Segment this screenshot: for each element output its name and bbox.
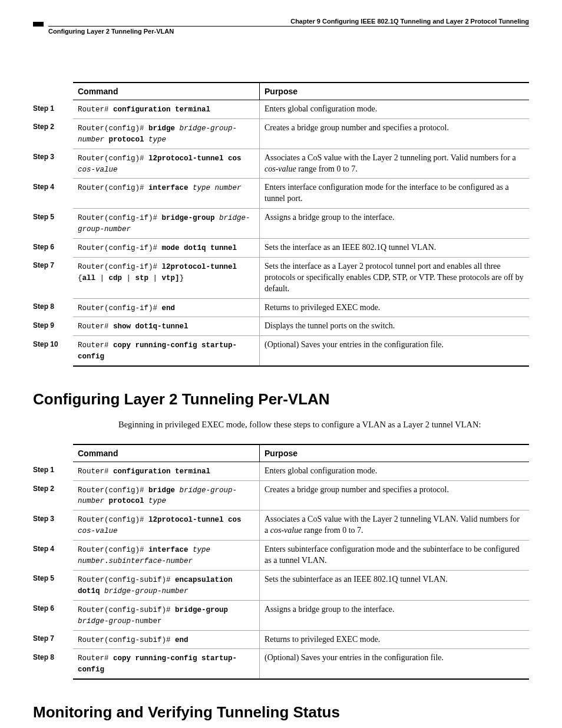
table-row: Step 3Router(config)# l2protocol-tunnel …: [33, 510, 529, 541]
command-cell: Router(config)# interface type number: [73, 179, 260, 209]
command-cell: Router(config-if)# bridge-group bridge-g…: [73, 209, 260, 239]
command-cell: Router(config)# bridge bridge-group-numb…: [73, 118, 260, 149]
command-cell: Router(config)# bridge bridge-group-numb…: [73, 480, 260, 510]
table-row: Step 8Router(config-if)# endReturns to p…: [33, 298, 529, 317]
purpose-cell: Enters global configuration mode.: [260, 100, 530, 119]
table-row: Step 7Router(config-subif)# endReturns t…: [33, 630, 529, 649]
purpose-cell: Associates a CoS value with the Layer 2 …: [260, 149, 530, 179]
purpose-cell: (Optional) Saves your entries in the con…: [260, 649, 530, 679]
step-label: Step 9: [33, 317, 73, 336]
purpose-cell: Sets the subinterface as an IEEE 802.1Q …: [260, 570, 530, 600]
page-header: Chapter 9 Configuring IEEE 802.1Q Tunnel…: [33, 18, 529, 35]
command-cell: Router(config-subif)# bridge-group bridg…: [73, 600, 260, 630]
table-row: Step 1Router# configuration terminalEnte…: [33, 100, 529, 119]
table-row: Step 3Router(config)# l2protocol-tunnel …: [33, 149, 529, 179]
command-cell: Router(config-if)# end: [73, 298, 260, 317]
step-label: Step 10: [33, 336, 73, 366]
command-cell: Router(config-if)# mode dot1q tunnel: [73, 239, 260, 258]
command-cell: Router# configuration terminal: [73, 100, 260, 119]
col-header-purpose: Purpose: [260, 83, 530, 100]
table-row: Step 5Router(config-if)# bridge-group br…: [33, 209, 529, 239]
step-label: Step 3: [33, 510, 73, 541]
purpose-cell: Creates a bridge group number and specif…: [260, 118, 530, 149]
col-header-purpose: Purpose: [260, 444, 530, 462]
command-table-1: Command Purpose Step 1Router# configurat…: [33, 82, 529, 367]
table-row: Step 2Router(config)# bridge bridge-grou…: [33, 118, 529, 149]
step-label: Step 1: [33, 462, 73, 480]
table-row: Step 6Router(config-if)# mode dot1q tunn…: [33, 239, 529, 258]
table-row: Step 2Router(config)# bridge bridge-grou…: [33, 480, 529, 510]
section-intro-per-vlan: Beginning in privileged EXEC mode, follo…: [118, 419, 529, 431]
step-label: Step 7: [33, 257, 73, 298]
step-label: Step 2: [33, 480, 73, 510]
step-label: Step 1: [33, 100, 73, 119]
table-row: Step 5Router(config-subif)# encapsulatio…: [33, 570, 529, 600]
step-label: Step 4: [33, 541, 73, 571]
command-cell: Router(config)# interface type number.su…: [73, 541, 260, 571]
purpose-cell: Sets the interface as an IEEE 802.1Q tun…: [260, 239, 530, 258]
chapter-title: Chapter 9 Configuring IEEE 802.1Q Tunnel…: [290, 18, 529, 25]
command-cell: Router# configuration terminal: [73, 462, 260, 480]
purpose-cell: Creates a bridge group number and specif…: [260, 480, 530, 510]
purpose-cell: Assigns a bridge group to the interface.: [260, 600, 530, 630]
command-cell: Router# copy running-config startup-conf…: [73, 336, 260, 366]
step-label: Step 4: [33, 179, 73, 209]
command-cell: Router(config-subif)# end: [73, 630, 260, 649]
step-label: Step 6: [33, 600, 73, 630]
col-header-command: Command: [73, 444, 260, 462]
purpose-cell: (Optional) Saves your entries in the con…: [260, 336, 530, 366]
purpose-cell: Returns to privileged EXEC mode.: [260, 298, 530, 317]
section-heading-monitoring: Monitoring and Verifying Tunneling Statu…: [33, 703, 529, 722]
step-label: Step 8: [33, 298, 73, 317]
purpose-cell: Enters subinterface configuration mode a…: [260, 541, 530, 571]
table-row: Step 4Router(config)# interface type num…: [33, 541, 529, 571]
table-row: Step 10Router# copy running-config start…: [33, 336, 529, 366]
purpose-cell: Enters global configuration mode.: [260, 462, 530, 480]
command-cell: Router(config)# l2protocol-tunnel cos co…: [73, 510, 260, 541]
step-label: Step 5: [33, 570, 73, 600]
command-table-2: Command Purpose Step 1Router# configurat…: [33, 444, 529, 680]
purpose-cell: Enters interface configuration mode for …: [260, 179, 530, 209]
table-row: Step 9Router# show dot1q-tunnelDisplays …: [33, 317, 529, 336]
step-label: Step 2: [33, 118, 73, 149]
step-label: Step 7: [33, 630, 73, 649]
purpose-cell: Assigns a bridge group to the interface.: [260, 209, 530, 239]
table-row: Step 4Router(config)# interface type num…: [33, 179, 529, 209]
step-label: Step 5: [33, 209, 73, 239]
table-row: Step 8Router# copy running-config startu…: [33, 649, 529, 679]
table-row: Step 6Router(config-subif)# bridge-group…: [33, 600, 529, 630]
purpose-cell: Returns to privileged EXEC mode.: [260, 630, 530, 649]
step-label: Step 6: [33, 239, 73, 258]
header-bar-icon: [33, 22, 44, 27]
purpose-cell: Sets the interface as a Layer 2 protocol…: [260, 257, 530, 298]
table-row: Step 7Router(config-if)# l2protocol-tunn…: [33, 257, 529, 298]
purpose-cell: Associates a CoS value with the Layer 2 …: [260, 510, 530, 541]
section-heading-per-vlan: Configuring Layer 2 Tunneling Per-VLAN: [33, 390, 529, 409]
step-label: Step 8: [33, 649, 73, 679]
table-row: Step 1Router# configuration terminalEnte…: [33, 462, 529, 480]
command-cell: Router(config-subif)# encapsulation dot1…: [73, 570, 260, 600]
command-cell: Router# show dot1q-tunnel: [73, 317, 260, 336]
command-cell: Router(config-if)# l2protocol-tunnel {al…: [73, 257, 260, 298]
command-cell: Router# copy running-config startup-conf…: [73, 649, 260, 679]
col-header-command: Command: [73, 83, 260, 100]
breadcrumb: Configuring Layer 2 Tunneling Per-VLAN: [48, 28, 529, 35]
step-label: Step 3: [33, 149, 73, 179]
command-cell: Router(config)# l2protocol-tunnel cos co…: [73, 149, 260, 179]
purpose-cell: Displays the tunnel ports on the switch.: [260, 317, 530, 336]
